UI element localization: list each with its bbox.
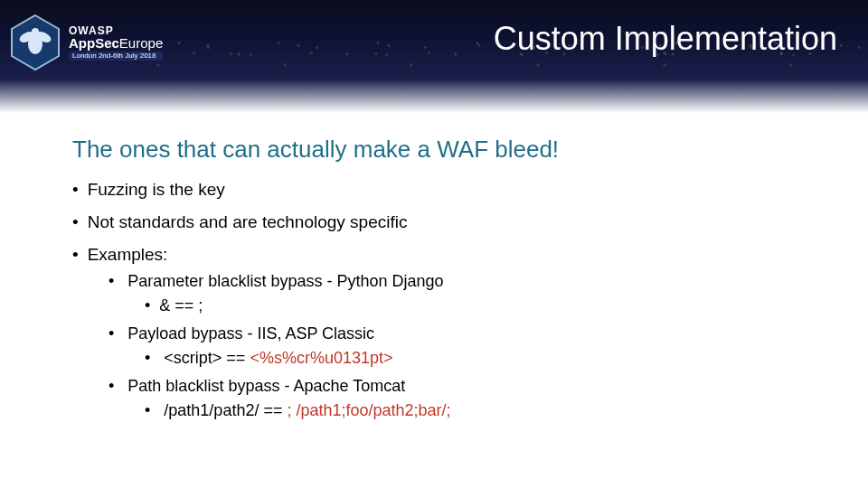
- slide-title: Custom Implementation: [494, 20, 837, 58]
- bullet-list: Fuzzing is the key Not standards and are…: [72, 180, 832, 420]
- bullet-text: Examples:: [88, 245, 168, 264]
- slide-header: OWASP AppSecEurope London 2nd-6th July 2…: [0, 0, 868, 113]
- example-detail: <script> == <%s%cr%u0131pt>: [145, 349, 832, 368]
- example-iis: Payload bypass - IIS, ASP Classic <scrip…: [108, 324, 832, 368]
- logo-appsec-europe: Europe: [119, 35, 163, 51]
- detail-payload: <%s%cr%u0131pt>: [250, 349, 392, 367]
- example-label: Parameter blacklist bypass - Python Djan…: [127, 272, 443, 290]
- logo-text: OWASP AppSecEurope London 2nd-6th July 2…: [69, 25, 163, 61]
- bullet-text: Fuzzing is the key: [88, 180, 225, 199]
- wasp-hex-icon: [9, 14, 61, 71]
- example-label: Payload bypass - IIS, ASP Classic: [127, 324, 374, 343]
- example-detail-list: & == ;: [145, 296, 832, 315]
- example-detail-list: /path1/path2/ == ; /path1;foo/path2;bar/…: [145, 401, 832, 420]
- bullet-examples: Examples: Parameter blacklist bypass - P…: [72, 245, 832, 420]
- svg-point-4: [32, 28, 39, 35]
- slide: OWASP AppSecEurope London 2nd-6th July 2…: [0, 0, 868, 488]
- examples-list: Parameter blacklist bypass - Python Djan…: [108, 272, 832, 420]
- detail-prefix: /path1/path2/ ==: [164, 401, 287, 419]
- slide-content: The ones that can actually make a WAF bl…: [72, 136, 832, 433]
- example-detail-list: <script> == <%s%cr%u0131pt>: [145, 349, 832, 368]
- example-detail: & == ;: [145, 296, 832, 315]
- owasp-logo: OWASP AppSecEurope London 2nd-6th July 2…: [9, 14, 163, 71]
- example-tomcat: Path blacklist bypass - Apache Tomcat /p…: [108, 377, 832, 420]
- headline: The ones that can actually make a WAF bl…: [72, 136, 832, 164]
- detail-text: & == ;: [159, 296, 203, 314]
- example-detail: /path1/path2/ == ; /path1;foo/path2;bar/…: [145, 401, 832, 420]
- logo-line-appsec: AppSecEurope: [69, 36, 163, 50]
- bullet-text: Not standards and are technology specifi…: [88, 212, 408, 231]
- example-label: Path blacklist bypass - Apache Tomcat: [127, 377, 405, 395]
- detail-prefix: <script> ==: [164, 349, 250, 367]
- logo-appsec-strong: AppSec: [69, 35, 119, 51]
- bullet-not-standards: Not standards and are technology specifi…: [72, 212, 832, 232]
- example-django: Parameter blacklist bypass - Python Djan…: [108, 272, 832, 315]
- logo-line-date: London 2nd-6th July 2018: [69, 52, 163, 61]
- bullet-fuzzing: Fuzzing is the key: [72, 180, 832, 200]
- detail-path: ; /path1;foo/path2;bar/;: [287, 401, 450, 419]
